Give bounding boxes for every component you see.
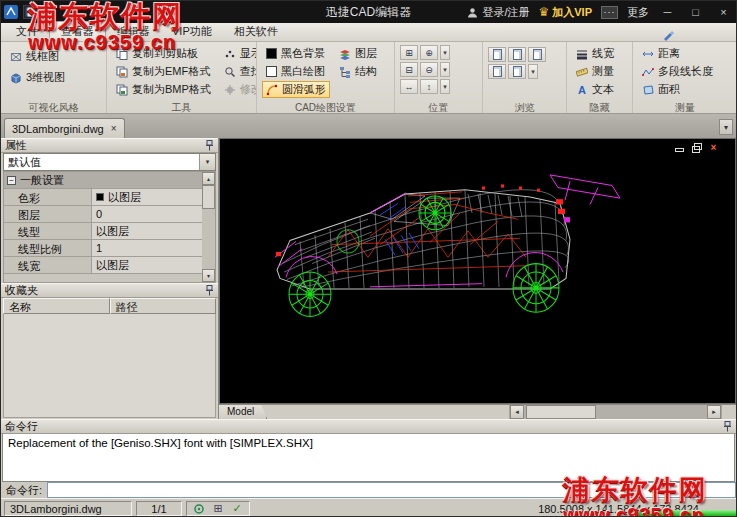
scroll-left-icon[interactable]: ◂ (510, 405, 524, 419)
zoom-out-icon[interactable]: ⊖ (420, 62, 438, 77)
pin-icon[interactable] (723, 421, 732, 432)
zoom-window-icon[interactable]: ⊞ (400, 45, 418, 60)
pan-menu-icon[interactable]: ▾ (440, 79, 450, 94)
document-tab[interactable]: 3DLamborgini.dwg × (4, 118, 125, 138)
login-button[interactable]: 登录/注册 (466, 5, 529, 20)
favorites-col-name[interactable]: 名称 (3, 298, 110, 314)
snap-icon[interactable] (193, 502, 206, 515)
structure-icon (339, 66, 351, 78)
measure-distance-button[interactable]: 距离 (638, 45, 732, 62)
property-grid-scrollbar[interactable]: ▴ ▾ (202, 172, 215, 282)
property-row-color[interactable]: 色彩 以图层 (4, 189, 202, 206)
zoom-in-icon[interactable]: ⊕ (420, 45, 438, 60)
tab-list-button[interactable]: ▾ (719, 119, 733, 135)
property-row-linetype-scale[interactable]: 线型比例 1 (4, 240, 202, 257)
copy-emf-button[interactable]: 复制为EMF格式 (112, 63, 215, 80)
status-toggles: ⊞ ✓ (186, 501, 250, 516)
property-row-layer[interactable]: 图层 0 (4, 206, 202, 223)
scroll-right-icon[interactable]: ▸ (707, 405, 721, 419)
preset-dropdown[interactable]: 默认值 ▾ (3, 153, 216, 171)
copy-bmp-button[interactable]: 复制为BMP格式 (112, 81, 215, 98)
lamborghini-wireframe-drawing (220, 139, 735, 403)
command-input[interactable] (47, 482, 736, 498)
view-3d-button[interactable]: 3维视图 (6, 69, 101, 86)
drawing-canvas[interactable]: × (219, 138, 736, 404)
property-name: 色彩 (4, 189, 92, 206)
check-icon[interactable]: ✓ (231, 502, 244, 515)
window-title: 迅捷CAD编辑器 (326, 4, 411, 21)
zoom-previous-icon[interactable]: ⊟ (400, 62, 418, 77)
join-vip-button[interactable]: ♛ 加入VIP (539, 5, 593, 20)
scroll-track[interactable] (524, 405, 707, 419)
structure-button[interactable]: 结构 (335, 63, 381, 80)
login-label: 登录/注册 (482, 5, 529, 20)
maximize-button[interactable]: □ (686, 6, 705, 18)
hide-measure-button[interactable]: 测量 (572, 63, 627, 80)
hide-text-button[interactable]: A 文本 (572, 81, 627, 98)
smooth-arc-button[interactable]: 圆滑弧形 (262, 81, 330, 98)
bw-drawing-button[interactable]: 黑白绘图 (262, 63, 330, 80)
favorites-columns: 名称 路径 (3, 298, 216, 314)
page-list-icon[interactable] (508, 64, 526, 79)
zoom-out-menu-icon[interactable]: ▾ (440, 62, 450, 77)
grid-icon[interactable]: ⊞ (212, 502, 225, 515)
tab-file[interactable]: 文件 (5, 22, 49, 41)
measure-area-label: 面积 (658, 82, 680, 97)
property-value: 以图层 (92, 257, 202, 274)
property-section[interactable]: − 一般设置 (4, 172, 202, 189)
favorites-list[interactable] (3, 314, 216, 418)
show-points-button[interactable]: 显示点 (220, 45, 257, 62)
ruler-icon (576, 66, 588, 78)
browse-menu-icon[interactable]: ▾ (528, 64, 538, 79)
layout-bar-space (267, 405, 509, 419)
command-history[interactable]: Replacement of the [Geniso.SHX] font wit… (2, 434, 735, 482)
measure-area-button[interactable]: 面积 (638, 81, 732, 98)
pen-icon[interactable] (662, 29, 674, 41)
measure-polyline-button[interactable]: 多段线长度 (638, 63, 732, 80)
pin-icon[interactable] (205, 140, 214, 151)
scroll-thumb[interactable] (526, 405, 596, 419)
wireframe-button[interactable]: 线框图 (6, 48, 101, 65)
modify-cursor-label: 修改光标 (240, 82, 257, 97)
next-page-icon[interactable] (528, 47, 546, 62)
hide-linewidth-button[interactable]: 线宽 (572, 45, 627, 62)
find-text-button[interactable]: 查找文字 (220, 63, 257, 80)
black-background-button[interactable]: 黑色背景 (262, 45, 330, 62)
chevron-down-icon[interactable]: ▾ (199, 154, 215, 170)
first-page-icon[interactable] (488, 47, 506, 62)
tab-related-software[interactable]: 相关软件 (223, 22, 289, 41)
scroll-thumb[interactable] (202, 185, 215, 209)
tab-vip-features[interactable]: VIP功能 (161, 22, 223, 41)
collapse-icon[interactable]: − (7, 176, 16, 185)
quick-save-icon[interactable] (23, 5, 37, 19)
horizontal-scrollbar[interactable]: ◂ ▸ (509, 405, 721, 419)
more-button[interactable]: 更多 (627, 5, 649, 20)
prev-page-icon[interactable] (508, 47, 526, 62)
quick-undo-icon[interactable] (42, 5, 56, 19)
properties-title: 属性 (5, 138, 27, 153)
zoom-in-menu-icon[interactable]: ▾ (440, 45, 450, 60)
copy-clipboard-button[interactable]: 复制到剪贴板 (112, 45, 215, 62)
tab-close-icon[interactable]: × (111, 124, 117, 134)
property-row-linetype[interactable]: 线型 以图层 (4, 223, 202, 240)
close-button[interactable]: × (714, 6, 733, 18)
last-page-icon[interactable] (488, 64, 506, 79)
property-row-lineweight[interactable]: 线宽 以图层 (4, 257, 202, 274)
scroll-down-icon[interactable]: ▾ (202, 269, 215, 282)
favorites-col-path[interactable]: 路径 (110, 298, 217, 314)
area-icon (642, 84, 654, 96)
more-options-button[interactable]: ··· (601, 6, 618, 19)
pan-vertical-icon[interactable]: ↕ (420, 79, 438, 94)
viewport-close-icon[interactable]: × (708, 142, 719, 153)
scroll-up-icon[interactable]: ▴ (202, 172, 215, 185)
layers-button[interactable]: 图层 (335, 45, 381, 62)
pin-icon[interactable] (205, 285, 214, 296)
pan-horizontal-icon[interactable]: ↔ (400, 79, 418, 94)
viewport-restore-icon[interactable] (691, 142, 702, 153)
minimize-button[interactable]: ─ (658, 6, 677, 18)
tab-editor[interactable]: 编辑器 (106, 22, 161, 41)
smooth-arc-icon (266, 84, 278, 96)
tab-viewer[interactable]: 查看器 (49, 21, 106, 41)
viewport-minimize-icon[interactable] (674, 142, 685, 153)
model-tab[interactable]: Model (219, 405, 267, 419)
